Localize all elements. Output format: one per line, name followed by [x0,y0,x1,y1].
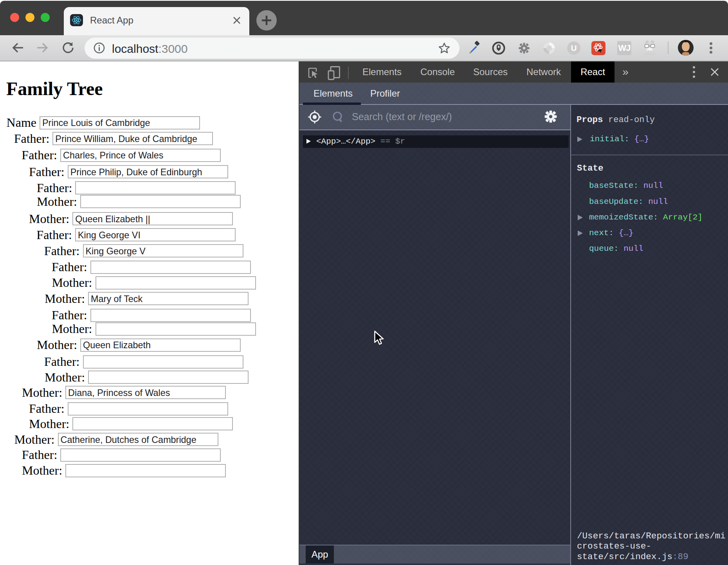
svg-text:ember: ember [644,51,655,56]
